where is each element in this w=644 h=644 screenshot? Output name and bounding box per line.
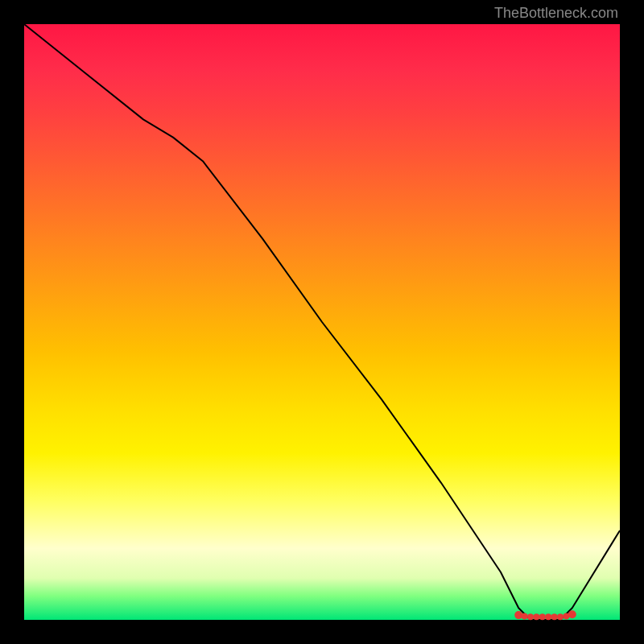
attribution-label: TheBottleneck.com	[494, 5, 618, 22]
plot-area	[24, 24, 620, 620]
